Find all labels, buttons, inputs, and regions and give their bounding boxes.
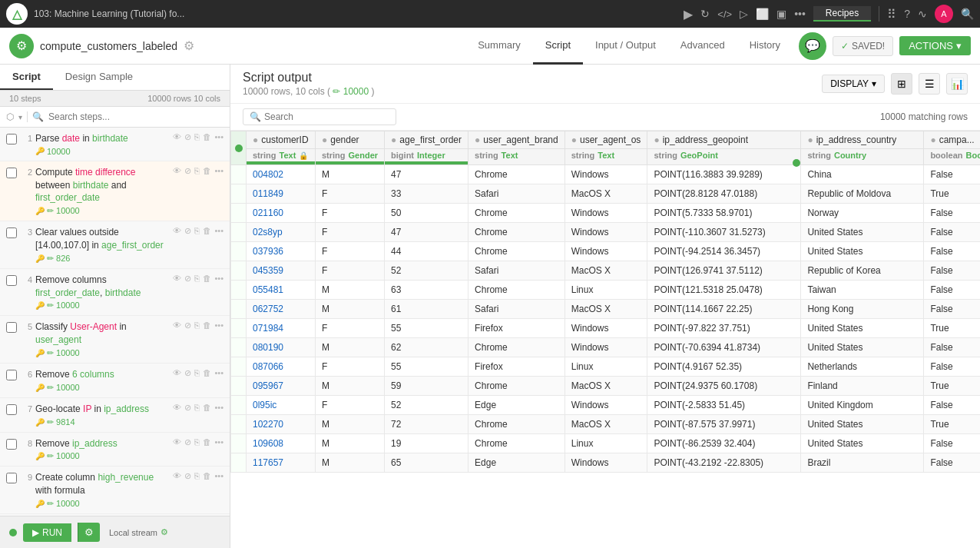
dataset-settings-icon[interactable]: ⚙ (184, 38, 194, 53)
step-item[interactable]: 7 Geo-locate IP in ip_address ✏ 9814 👁 ⊘… (0, 398, 230, 433)
step-checkbox[interactable] (6, 404, 17, 415)
step-checkbox[interactable] (6, 228, 17, 238)
sidebar-tab-script[interactable]: Script (0, 65, 53, 90)
eye-icon[interactable]: 👁 (173, 166, 181, 176)
delete-icon[interactable]: 🗑 (203, 226, 211, 236)
eye-icon[interactable]: 👁 (173, 471, 181, 481)
disable-icon[interactable]: ⊘ (184, 368, 191, 378)
step-checkbox[interactable] (6, 134, 17, 144)
table-search-input[interactable] (264, 111, 389, 122)
copy-icon[interactable]: ⎘ (194, 437, 200, 447)
monitor-icon[interactable]: ▣ (776, 8, 786, 20)
disable-icon[interactable]: ⊘ (184, 274, 191, 284)
disable-icon[interactable]: ⊘ (184, 403, 191, 413)
sidebar-search-input[interactable] (48, 111, 223, 122)
more-icon[interactable]: ••• (214, 132, 223, 142)
tab-script[interactable]: Script (533, 28, 583, 65)
copy-icon[interactable]: ⎘ (194, 166, 200, 176)
more-icon[interactable]: ••• (794, 8, 806, 20)
eye-icon[interactable]: 👁 (173, 274, 181, 284)
display-button[interactable]: DISPLAY ▾ (822, 75, 885, 93)
more-icon[interactable]: ••• (214, 274, 223, 284)
code-icon[interactable]: </> (717, 8, 732, 20)
disable-icon[interactable]: ⊘ (184, 471, 191, 481)
tab-advanced[interactable]: Advanced (668, 28, 737, 65)
table-view-button[interactable]: ⊞ (891, 73, 912, 95)
step-item[interactable]: 4 Remove columns first_order_date, birth… (0, 269, 230, 317)
step-checkbox[interactable] (6, 473, 17, 483)
chart-view-button[interactable]: 📊 (946, 73, 968, 95)
run-settings-button[interactable]: ⚙ (78, 523, 100, 542)
col-header-customerID[interactable]: ● customerID string Text 🔒 (247, 131, 316, 165)
step-checkbox[interactable] (6, 370, 17, 380)
tab-history[interactable]: History (737, 28, 793, 65)
delete-icon[interactable]: 🗑 (203, 320, 211, 330)
delete-icon[interactable]: 🗑 (203, 132, 211, 142)
more-icon[interactable]: ••• (214, 226, 223, 236)
step-item[interactable]: 6 Remove 6 columns ✏ 10000 👁 ⊘ ⎘ 🗑 ••• (0, 364, 230, 398)
more-icon[interactable]: ••• (214, 368, 223, 378)
eye-icon[interactable]: 👁 (173, 132, 181, 142)
copy-icon[interactable]: ⎘ (194, 320, 200, 330)
chat-button[interactable]: 💬 (799, 32, 826, 60)
refresh-icon[interactable]: ↻ (700, 8, 710, 20)
disable-icon[interactable]: ⊘ (184, 320, 191, 330)
eye-icon[interactable]: 👁 (173, 437, 181, 447)
delete-icon[interactable]: 🗑 (203, 166, 211, 176)
col-header-country[interactable]: ● ip_address_country string Country (801, 131, 924, 165)
copy-icon[interactable]: ⎘ (194, 403, 200, 413)
tab-summary[interactable]: Summary (465, 28, 533, 65)
col-header-campaign[interactable]: ● campa... boolean Boolean (924, 131, 980, 165)
grid-icon[interactable]: ⠿ (887, 7, 896, 22)
more-icon[interactable]: ••• (214, 403, 223, 413)
copy-icon[interactable]: ⎘ (194, 274, 200, 284)
disable-icon[interactable]: ⊘ (184, 437, 191, 447)
eye-icon[interactable]: 👁 (173, 368, 181, 378)
eye-icon[interactable]: 👁 (173, 403, 181, 413)
saved-button[interactable]: ✓ SAVED! (833, 36, 893, 56)
copy-icon[interactable]: ⎘ (194, 471, 200, 481)
more-icon[interactable]: ••• (214, 166, 223, 176)
eye-icon[interactable]: 👁 (173, 226, 181, 236)
step-checkbox[interactable] (6, 439, 17, 450)
step-icon[interactable]: ▶ (684, 7, 693, 22)
col-header-gender[interactable]: ● gender string Gender (316, 131, 385, 165)
copy-icon[interactable]: ⎘ (194, 368, 200, 378)
search-icon[interactable]: 🔍 (961, 8, 974, 20)
more-icon[interactable]: ••• (214, 471, 223, 481)
step-item[interactable]: 5 Classify User-Agent in user_agent ✏ 10… (0, 316, 230, 364)
step-item[interactable]: 3 Clear values outside [14.00,107.0] in … (0, 221, 230, 269)
more-icon[interactable]: ••• (214, 320, 223, 330)
edit-count-link[interactable]: ✏ 10000 (333, 86, 371, 97)
copy-icon[interactable]: ⎘ (194, 132, 200, 142)
delete-icon[interactable]: 🗑 (203, 437, 211, 447)
step-item[interactable]: 1 Parse date in birthdate 10000 👁 ⊘ ⎘ 🗑 … (0, 128, 230, 161)
chart-icon[interactable]: ∿ (918, 8, 927, 20)
step-item[interactable]: 8 Remove ip_address ✏ 10000 👁 ⊘ ⎘ 🗑 ••• (0, 433, 230, 467)
step-checkbox[interactable] (6, 322, 17, 333)
delete-icon[interactable]: 🗑 (203, 471, 211, 481)
delete-icon[interactable]: 🗑 (203, 403, 211, 413)
more-icon[interactable]: ••• (214, 437, 223, 447)
run-icon[interactable]: ▷ (740, 8, 748, 20)
actions-button[interactable]: ACTIONS ▾ (899, 36, 971, 55)
step-checkbox[interactable] (6, 275, 17, 286)
col-header-geo[interactable]: ● ip_address_geopoint string GeoPoint (647, 131, 801, 165)
disable-icon[interactable]: ⊘ (184, 166, 191, 176)
help-icon[interactable]: ? (904, 8, 910, 20)
user-avatar[interactable]: A (935, 5, 953, 23)
copy-icon[interactable]: ⎘ (194, 226, 200, 236)
step-item[interactable]: 9 Create column high_revenue with formul… (0, 467, 230, 514)
col-header-brand[interactable]: ● user_agent_brand string Text (468, 131, 565, 165)
disable-icon[interactable]: ⊘ (184, 226, 191, 236)
col-header-age[interactable]: ● age_first_order bigint Integer (385, 131, 468, 165)
delete-icon[interactable]: 🗑 (203, 274, 211, 284)
run-button[interactable]: ▶ RUN (23, 523, 71, 542)
deploy-icon[interactable]: ⬜ (756, 8, 769, 20)
disable-icon[interactable]: ⊘ (184, 132, 191, 142)
sidebar-tab-design[interactable]: Design Sample (53, 65, 145, 90)
eye-icon[interactable]: 👁 (173, 320, 181, 330)
step-checkbox[interactable] (6, 168, 17, 178)
step-item[interactable]: 2 Compute time difference between birthd… (0, 161, 230, 221)
col-header-os[interactable]: ● user_agent_os string Text (564, 131, 647, 165)
